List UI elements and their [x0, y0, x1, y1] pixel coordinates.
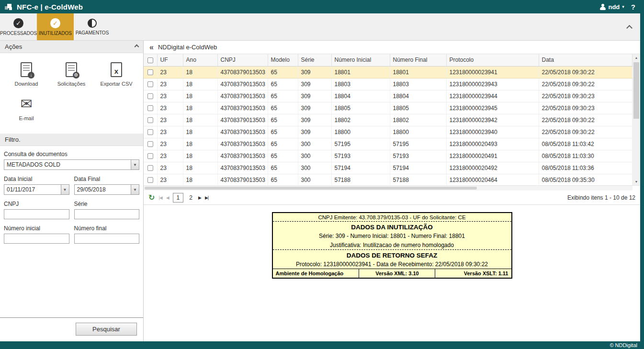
titlebar: NFC-e | e-ColdWeb ndd ▾ ?: [0, 0, 640, 13]
table-cell: 23: [157, 138, 183, 150]
tab-ribbon: ✓ PROCESSADOS ✓ INUTILIZADOS PAGAMENTOS: [0, 13, 640, 41]
table-cell: 22/05/2018 09:30:22: [539, 78, 633, 90]
row-checkbox[interactable]: [147, 93, 153, 99]
refresh-icon[interactable]: ↻: [148, 194, 155, 202]
table-cell: 43708379013503: [217, 138, 268, 150]
last-page-icon[interactable]: ▶|: [205, 195, 208, 200]
table-cell: 123180000023940: [446, 126, 539, 138]
column-header-n-mero-final[interactable]: Número Final: [390, 54, 446, 66]
row-checkbox[interactable]: [147, 69, 153, 75]
scroll-down-icon[interactable]: ▼: [633, 178, 640, 185]
row-checkbox-cell: [144, 150, 157, 162]
table-cell: 309: [298, 78, 331, 90]
cnpj-label: CNPJ: [4, 201, 69, 207]
table-cell: 43708379013503: [217, 162, 268, 174]
chevron-down-icon[interactable]: ▼: [61, 185, 69, 194]
prev-page-icon[interactable]: ◀: [166, 195, 169, 200]
row-checkbox[interactable]: [147, 177, 153, 183]
column-header-n-mero-inicial[interactable]: Número Inicial: [331, 54, 390, 66]
collapse-sidebar-icon[interactable]: «: [149, 44, 154, 51]
table-cell: 23: [157, 114, 183, 126]
row-checkbox[interactable]: [147, 153, 153, 159]
cnpj-input[interactable]: [4, 209, 69, 219]
row-checkbox[interactable]: [147, 165, 153, 171]
column-header-cnpj[interactable]: CNPJ: [217, 54, 268, 66]
table-cell: 23: [157, 150, 183, 162]
row-checkbox[interactable]: [147, 117, 153, 123]
doc-ambiente: Ambiente de Homologação: [273, 269, 359, 278]
tab-processados[interactable]: ✓ PROCESSADOS: [0, 13, 37, 40]
scroll-up-icon[interactable]: ▲: [633, 54, 640, 61]
action-label: Exportar CSV: [94, 81, 139, 87]
table-cell: 123180000023941: [446, 66, 539, 78]
table-row[interactable]: 2318437083790135036530918803188031231800…: [144, 78, 633, 90]
ribbon-collapse-icon[interactable]: [626, 25, 633, 31]
table-cell: 65: [268, 90, 298, 102]
row-checkbox[interactable]: [147, 129, 153, 135]
column-header-ano[interactable]: Ano: [183, 54, 217, 66]
table-cell: 57195: [390, 138, 446, 150]
data-final-picker[interactable]: 29/05/2018 ▼: [74, 184, 140, 195]
tab-pagamentos[interactable]: PAGAMENTOS: [74, 13, 111, 40]
action-label: Download: [4, 81, 49, 87]
table-row[interactable]: 2318437083790135036530918804188041231800…: [144, 90, 633, 102]
table-row[interactable]: 2318437083790135036530918801188011231800…: [144, 66, 633, 78]
column-header-uf[interactable]: UF: [157, 54, 183, 66]
chevron-down-icon[interactable]: ▼: [131, 160, 139, 169]
email-button[interactable]: ✉ E-mail: [4, 94, 49, 121]
table-cell: 18: [183, 138, 217, 150]
table-cell: 300: [298, 162, 331, 174]
table-row[interactable]: 2318437083790135036530918805188051231800…: [144, 102, 633, 114]
column-header-modelo[interactable]: Modelo: [268, 54, 298, 66]
column-header-protocolo[interactable]: Protocolo: [446, 54, 539, 66]
horizontal-scrollbar[interactable]: [144, 186, 633, 191]
data-inicial-picker[interactable]: 01/11/2017 ▼: [4, 184, 69, 195]
table-cell: 18: [183, 78, 217, 90]
data-final-value: 29/05/2018: [77, 186, 106, 193]
column-header-s-rie[interactable]: Série: [298, 54, 331, 66]
table-row[interactable]: 2318437083790135036530057188571881231800…: [144, 174, 633, 186]
data-final-label: Data Final: [74, 176, 140, 182]
first-page-icon[interactable]: |◀: [158, 195, 162, 200]
table-cell: 43708379013503: [217, 126, 268, 138]
tab-inutilizados[interactable]: ✓ INUTILIZADOS: [37, 13, 74, 40]
download-icon: ↓: [21, 62, 32, 77]
table-cell: 65: [268, 174, 298, 186]
table-row[interactable]: 2318437083790135036530057193571931231800…: [144, 150, 633, 162]
select-all-checkbox[interactable]: [147, 57, 153, 63]
user-name: ndd: [608, 3, 620, 11]
serie-input[interactable]: [74, 209, 140, 219]
help-button[interactable]: ?: [631, 3, 635, 11]
consulta-select[interactable]: METADADOS COLD ▼: [4, 159, 139, 170]
page-link[interactable]: 2: [187, 193, 194, 202]
action-label: E-mail: [4, 115, 49, 121]
table-cell: 22/05/2018 09:30:22: [539, 66, 633, 78]
table-body: 2318437083790135036530918801188011231800…: [144, 66, 633, 186]
horizontal-scrollbar-thumb[interactable]: [145, 187, 477, 190]
actions-collapse-icon[interactable]: [135, 45, 139, 49]
vertical-scrollbar[interactable]: ▲ ▼: [633, 54, 640, 185]
row-checkbox[interactable]: [147, 105, 153, 111]
download-button[interactable]: ↓ Download: [4, 60, 49, 87]
user-icon: [599, 4, 606, 10]
row-checkbox[interactable]: [147, 141, 153, 147]
main-panel: « NDDigital e-ColdWeb UFAnoCNPJModeloSér…: [144, 41, 640, 341]
next-page-icon[interactable]: ▶: [198, 195, 201, 200]
exportar-csv-button[interactable]: x Exportar CSV: [94, 60, 139, 87]
detail-area: CNPJ Emitente: 43.708.379/0135-03 - UF d…: [144, 205, 640, 341]
solicitacoes-button[interactable]: ⚙ Solicitações: [49, 60, 94, 87]
row-checkbox[interactable]: [147, 81, 153, 87]
chevron-down-icon[interactable]: ▼: [131, 185, 139, 194]
table-row[interactable]: 2318437083790135036530057194571941231800…: [144, 162, 633, 174]
tab-label: PAGAMENTOS: [76, 30, 109, 35]
pesquisar-button[interactable]: Pesquisar: [76, 323, 137, 336]
current-page[interactable]: 1: [173, 193, 184, 203]
numero-inicial-input[interactable]: [4, 234, 69, 244]
column-header-data[interactable]: Data: [539, 54, 633, 66]
numero-final-input[interactable]: [74, 234, 140, 244]
table-row[interactable]: 2318437083790135036530918802188021231800…: [144, 114, 633, 126]
table-row[interactable]: 2318437083790135036530057195571951231800…: [144, 138, 633, 150]
scrollbar-thumb[interactable]: [633, 62, 639, 119]
table-row[interactable]: 2318437083790135036530918800188001231800…: [144, 126, 633, 138]
user-menu[interactable]: ndd ▾: [599, 3, 624, 11]
